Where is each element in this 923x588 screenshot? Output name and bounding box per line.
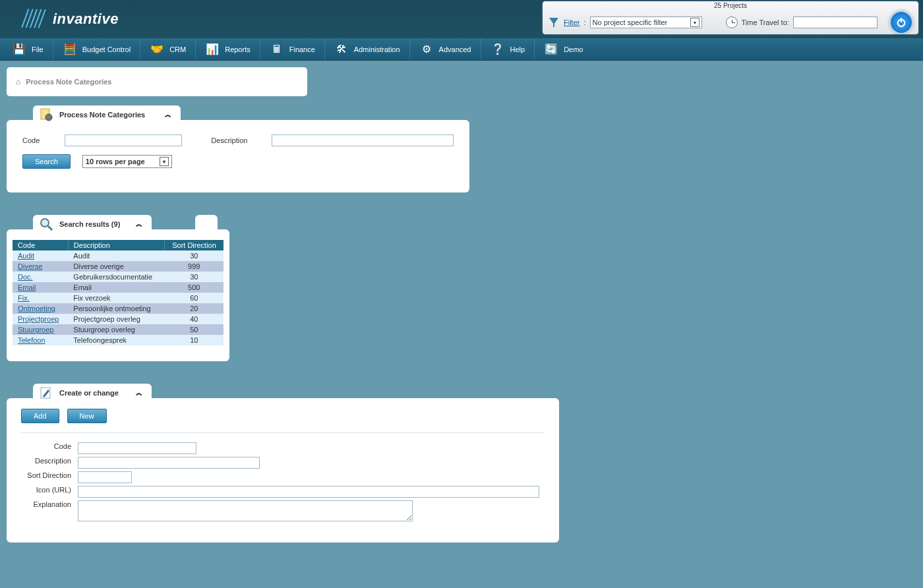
row-description: Diverse overige [68,261,164,272]
spark-icon [20,5,49,34]
row-description: Fix verzoek [68,293,164,303]
code-label: Code [22,136,57,144]
col-code[interactable]: Code [13,240,68,250]
dropdown-caret-icon: ▾ [160,157,169,166]
breadcrumb-title: Process Note Categories [26,78,111,86]
table-row: EmailEmail500 [13,282,223,293]
row-sort: 60 [165,293,224,303]
collapse-icon[interactable]: ︽ [136,388,142,397]
calculator-icon: 🖩 [270,42,284,57]
svg-point-3 [45,114,52,121]
top-bar: invantive 25 Projects Filter : No projec… [0,0,923,38]
row-sort: 50 [165,324,224,335]
row-sort: 500 [165,282,224,293]
time-travel-label: Time Travel to: [742,18,789,26]
row-code-link[interactable]: Doc. [18,273,33,281]
budget-icon: 🧮 [63,42,77,57]
row-description: Telefoongesprek [68,335,164,345]
create-change-panel: Create or change ︽ Add New Code Descript… [7,398,559,543]
field-code-label: Code [21,442,78,450]
menu-demo[interactable]: 🔄 Demo [535,38,592,60]
menu-finance[interactable]: 🖩 Finance [260,38,325,60]
field-sort-label: Sort Direction [21,471,78,479]
results-panel: Search results (9) ︽ Code Description So… [7,229,229,361]
dropdown-caret-icon: ▾ [690,18,700,27]
field-icon-url-label: Icon (URL) [21,486,78,494]
create-panel-tab: Create or change ︽ [33,384,152,402]
row-code-link[interactable]: Telefoon [18,336,45,344]
pencil-note-icon [38,385,54,401]
rows-per-page-value: 10 rows per page [86,158,145,165]
funnel-icon [548,16,560,28]
menu-help[interactable]: ❔ Help [481,38,535,60]
disk-icon: 💾 [12,42,26,57]
create-panel-title: Create or change [59,389,119,397]
collapse-icon[interactable]: ︽ [136,220,142,229]
brand-logo: invantive [20,5,119,34]
row-description: Projectgroep overleg [68,314,164,324]
filter-link[interactable]: Filter [564,18,580,26]
field-code-input[interactable] [78,442,196,454]
results-panel-title: Search results (9) [59,220,120,228]
handshake-icon: 🤝 [150,42,164,57]
col-description[interactable]: Description [68,240,164,250]
add-button[interactable]: Add [21,409,59,423]
rows-per-page-select[interactable]: 10 rows per page ▾ [82,155,172,168]
projects-count: 25 Projects [543,1,918,11]
row-sort: 10 [165,335,224,345]
divider [21,432,545,433]
row-sort: 30 [165,272,224,282]
menu-file[interactable]: 💾 File [3,38,53,60]
note-gear-icon [38,107,54,123]
field-explanation-input[interactable] [78,500,413,521]
row-description: Stuurgroep overleg [68,324,164,335]
field-description-label: Description [21,457,78,465]
description-input[interactable] [272,134,454,146]
power-button[interactable] [889,11,913,34]
field-icon-url-input[interactable] [78,486,539,498]
description-label: Description [211,136,263,144]
menu-budget-control[interactable]: 🧮 Budget Control [53,38,140,60]
menu-administration[interactable]: 🛠 Administration [325,38,410,60]
table-row: AuditAudit30 [13,250,223,261]
row-sort: 20 [165,303,224,314]
project-filter-select[interactable]: No project specific filter ▾ [590,16,702,28]
help-icon: ❔ [491,42,505,57]
row-sort: 999 [165,261,224,272]
project-filter-panel: 25 Projects Filter : No project specific… [542,1,919,35]
presentation-icon: 📊 [205,42,220,57]
search-panel-title: Process Note Categories [59,111,145,119]
row-code-link[interactable]: Email [18,283,36,291]
tools-icon: 🛠 [334,42,349,57]
main-menu: 💾 File 🧮 Budget Control 🤝 CRM 📊 Reports … [0,38,923,61]
row-code-link[interactable]: Diverse [18,262,42,270]
home-icon[interactable]: ⌂ [16,77,20,86]
breadcrumb: ⌂ Process Note Categories [7,67,307,96]
row-code-link[interactable]: Ontmoeting [18,305,55,312]
search-button[interactable]: Search [22,154,71,169]
row-code-link[interactable]: Stuurgroep [18,326,53,334]
field-description-input[interactable] [78,457,260,469]
row-sort: 40 [165,314,224,324]
table-row: Fix.Fix verzoek60 [13,293,223,303]
results-secondary-tab[interactable] [195,215,218,233]
time-travel-input[interactable] [793,16,878,28]
menu-crm[interactable]: 🤝 CRM [140,38,196,60]
field-sort-input[interactable] [78,471,132,483]
brand-text: invantive [53,11,119,28]
results-panel-tab: Search results (9) ︽ [33,215,152,233]
menu-reports[interactable]: 📊 Reports [196,38,260,60]
row-code-link[interactable]: Projectgroep [18,315,59,323]
row-description: Gebruikersdocumentatie [68,272,164,282]
col-sort[interactable]: Sort Direction [165,240,224,250]
collapse-icon[interactable]: ︽ [165,110,171,119]
search-panel: Process Note Categories ︽ Code Descripti… [7,120,469,192]
menu-advanced[interactable]: ⚙ Advanced [410,38,481,60]
row-code-link[interactable]: Fix. [18,294,30,302]
row-description: Persoonlijke ontmoeting [68,303,164,314]
row-code-link[interactable]: Audit [18,252,34,260]
table-row: ProjectgroepProjectgroep overleg40 [13,314,223,324]
new-button[interactable]: New [67,409,107,423]
code-input[interactable] [65,134,183,146]
field-explanation-label: Explanation [21,500,78,508]
